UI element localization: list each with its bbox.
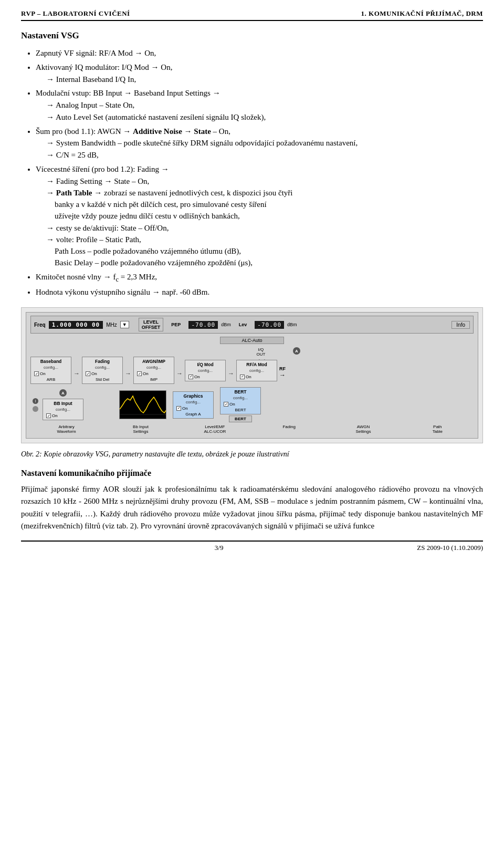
info-button[interactable]: Info: [452, 321, 470, 329]
graphics-checkbox-row: On: [176, 406, 210, 411]
iq-mod-block: I/Q Mod config... On: [185, 360, 226, 381]
bottom-label-4: Fading: [274, 424, 305, 434]
header-left: RVP – LABORATORNÍ CVIČENÍ: [21, 9, 130, 18]
rf-label: RF: [279, 366, 286, 371]
bert-area: BERT config... On BERT BERT: [220, 387, 261, 422]
bb-input-checkbox[interactable]: [46, 413, 51, 418]
figure-box: Freq 1.000 000 00 MHz ▼ LEVELOFFSET PEP …: [21, 307, 483, 443]
svg-rect-0: [120, 391, 166, 419]
awgn-block: AWGN/IMP config... On IMP: [133, 357, 174, 384]
fig-top-bar: Freq 1.000 000 00 MHz ▼ LEVELOFFSET PEP …: [30, 316, 474, 334]
baseband-title: Baseband: [34, 359, 68, 364]
dbm-value2: -70.00: [255, 321, 284, 329]
baseband-checkbox-row: On: [34, 371, 68, 376]
graphics-title: Graphics: [176, 393, 210, 399]
graphics-checkbox[interactable]: [176, 406, 181, 411]
figure-inner: Freq 1.000 000 00 MHz ▼ LEVELOFFSET PEP …: [26, 312, 478, 439]
bert-title: BERT: [224, 389, 257, 394]
graphics-area: Graphics config... On Graph A: [173, 391, 214, 419]
bert-block: BERT config... On BERT: [220, 387, 261, 414]
alc-label: ALC-Auto: [220, 337, 284, 344]
footer-page: 3/9: [215, 544, 224, 552]
awgn-checkbox[interactable]: [137, 371, 142, 376]
bottom-label-3: Level/EMFALC-UCOR: [199, 424, 230, 434]
a-circle-row1: A: [30, 347, 474, 356]
lev-label: Lev: [239, 322, 247, 327]
a-circle-2: A: [59, 389, 67, 397]
bb-input-title: BB Input: [46, 401, 80, 406]
section2-title: Nastavení komunikačního přijímače: [21, 469, 483, 478]
fig-blocks-row1: Baseband config... On ARB → Fading confi…: [30, 357, 474, 384]
arrow3: →: [176, 363, 183, 377]
fading-checkbox-row: On: [86, 371, 119, 376]
awgn-checkbox-row: On: [137, 371, 171, 376]
scope-wave-svg: [120, 391, 166, 419]
a-circle-row2-area: A BB Input config... On: [43, 389, 83, 420]
baseband-config: config...: [34, 365, 68, 370]
header-right: 1. KOMUNIKAČNÍ PŘIJÍMAČ, DRM: [361, 9, 483, 18]
bottom-label-1: ArbitraryWaveform: [51, 424, 82, 434]
rfa-mod-config: config...: [240, 368, 274, 373]
bert-checkbox-row: On: [224, 402, 257, 407]
arrow1: →: [74, 363, 80, 377]
dbm-unit1: dBm: [221, 322, 231, 327]
list-item: Zapnutý VF signál: RF/A Mod → On,: [36, 47, 483, 59]
io-connectors: I: [33, 398, 38, 412]
page-footer: 3/9 ZS 2009-10 (1.10.2009): [21, 541, 483, 552]
rf-label-area: RF →: [279, 362, 286, 379]
bb-input-row: I A BB Input config... On: [30, 387, 474, 422]
fading-title: Fading: [86, 359, 119, 364]
bert-checkbox[interactable]: [224, 402, 228, 407]
bert-label: BERT: [224, 408, 257, 412]
fading-config: config...: [86, 365, 119, 370]
i-circle: I: [33, 398, 38, 404]
scope-area: [119, 390, 166, 419]
freq-dropdown[interactable]: ▼: [120, 321, 129, 328]
awgn-on-label: On: [143, 371, 149, 376]
rfa-mod-on-label: On: [246, 375, 251, 379]
fading-std: Std Del: [86, 377, 119, 382]
baseband-checkbox[interactable]: [34, 371, 39, 376]
graphics-block: Graphics config... On Graph A: [173, 391, 214, 419]
bert-config: config...: [224, 396, 257, 400]
section1-bullets: Zapnutý VF signál: RF/A Mod → On, Aktivo…: [36, 47, 483, 298]
arrow4: →: [228, 363, 234, 377]
baseband-block: Baseband config... On ARB: [30, 357, 71, 384]
graphics-graph: Graph A: [176, 412, 210, 417]
list-item: Kmitočet nosné vlny → fc = 2,3 MHz,: [36, 271, 483, 284]
arrow2: →: [125, 363, 131, 377]
awgn-title: AWGN/IMP: [137, 359, 171, 364]
awgn-imp: IMP: [137, 377, 171, 382]
bottom-label-5: AWGNSettings: [348, 424, 379, 434]
bb-input-checkbox-row: On: [46, 413, 80, 418]
rfa-mod-title: RF/A Mod: [240, 362, 274, 367]
bb-input-block: BB Input config... On: [43, 399, 83, 420]
page-header: RVP – LABORATORNÍ CVIČENÍ 1. KOMUNIKAČNÍ…: [21, 9, 483, 21]
bottom-label-2: Bb InputSettings: [125, 424, 156, 434]
list-item: Vícecestné šíření (pro bod 1.2): Fading …: [36, 163, 483, 269]
list-item: Šum pro (bod 1.1): AWGN → Additive Noise…: [36, 126, 483, 161]
rfa-mod-checkbox-row: On: [240, 375, 274, 379]
iq-mod-on-label: On: [194, 375, 200, 379]
graphics-config: config...: [176, 400, 210, 404]
rfa-mod-checkbox[interactable]: [240, 375, 245, 379]
baseband-on-label: On: [40, 371, 46, 376]
baseband-arb: ARB: [34, 377, 68, 382]
footer-date: ZS 2009-10 (1.10.2009): [417, 544, 483, 552]
fading-block: Fading config... On Std Del: [82, 357, 123, 384]
a-circle-1: A: [293, 347, 300, 355]
bert-bottom-button[interactable]: BERT: [229, 415, 252, 422]
freq-unit: MHz: [106, 322, 117, 328]
dbm-value1: -70.00: [188, 321, 218, 329]
fading-checkbox[interactable]: [86, 371, 90, 376]
fig-alc-bar: ALC-Auto: [30, 337, 474, 344]
o-circle: [33, 406, 38, 412]
iq-mod-checkbox[interactable]: [188, 375, 193, 379]
bb-input-config: config...: [46, 407, 80, 412]
awgn-config: config...: [137, 365, 171, 370]
fig-scope: [119, 390, 166, 419]
iq-mod-checkbox-row: On: [188, 375, 222, 379]
bert-on-label: On: [229, 402, 235, 407]
list-item: Hodnota výkonu výstupního signálu → např…: [36, 286, 483, 298]
list-item: Modulační vstup: BB Input → Baseband Inp…: [36, 87, 483, 123]
